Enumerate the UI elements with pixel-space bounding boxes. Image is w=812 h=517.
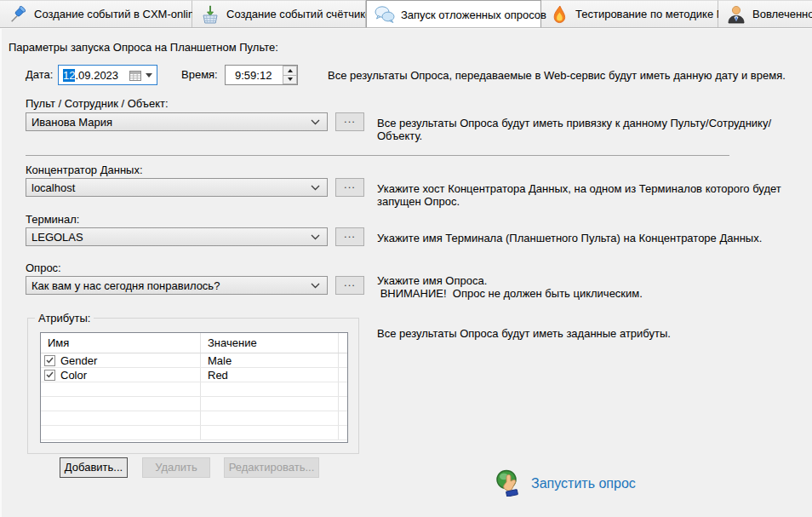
concentrator-hint: Укажите хост Концентратора Данных, на од… [377,182,812,208]
launch-label: Запустить опрос [531,476,636,491]
tab-label: Тестирование по методике MBI [575,8,736,20]
terminal-label: Терминал: [26,213,79,226]
empty-table-row[interactable] [41,382,347,397]
terminal-value: LEGOLAS [31,231,311,244]
pushpin-icon [8,4,28,25]
calendar-icon [129,70,141,81]
spin-down-button[interactable] [283,76,297,85]
table-row[interactable]: Gender Male [41,353,347,368]
datetime-hint: Все результаты Опроса, передаваемые в We… [328,69,786,82]
terminal-combobox[interactable]: LEGOLAS [26,227,328,246]
delete-attribute-button[interactable]: Удалить [142,457,210,478]
date-rest-segment: .09.2023 [75,69,118,82]
attribute-value: Red [201,368,339,382]
terminal-browse-button[interactable]: ... [335,227,364,246]
device-label: Пульт / Сотрудник / Объект: [26,97,169,110]
device-combobox[interactable]: Иванова Мария [26,112,328,131]
attribute-name: Color [60,369,87,382]
survey-hint: Укажите имя Опроса. ВНИМАНИЕ! Опрос не д… [377,274,643,300]
attribute-value: Male [201,353,339,367]
concentrator-label: Концентратор Данных: [26,164,143,176]
edit-attribute-button[interactable]: Редактировать... [224,457,319,478]
basket-icon [200,4,220,25]
time-label: Время: [181,65,218,85]
empty-table-row[interactable] [41,426,347,440]
column-header-value: Значение [201,333,339,353]
device-browse-button[interactable]: ... [335,112,364,131]
tab-bar: Создание событий в CXM-online Создание с… [0,0,812,28]
empty-table-row[interactable] [41,411,347,426]
column-header-extra [339,333,347,353]
launch-survey-button[interactable]: Запустить опрос [495,468,636,499]
tab-mbi-testing[interactable]: Тестирование по методике MBI [541,0,718,27]
chevron-down-icon [311,119,320,125]
tab-create-events-cxm-online[interactable]: Создание событий в CXM-online [0,0,192,27]
table-header-row: Имя Значение [41,333,347,353]
date-label: Дата: [26,65,53,85]
check-icon [46,371,54,378]
survey-launch-panel: Параметры запуска Опроса на Планшетном П… [0,28,812,517]
add-attribute-button[interactable]: Добавить... [60,457,128,478]
concentrator-browse-button[interactable]: ... [335,178,364,197]
person-icon [726,4,746,25]
attributes-groupbox: Атрибуты: Имя Значение Gender Male [27,318,359,454]
date-picker[interactable]: 12.09.2023 [58,65,157,85]
tab-label: Создание событий счётчиков [226,8,377,20]
row-checkbox[interactable] [44,355,55,366]
tab-create-counter-events[interactable]: Создание событий счётчиков [192,0,366,27]
speech-bubbles-icon [375,4,395,25]
spin-up-button[interactable] [283,66,297,76]
panel-title: Параметры запуска Опроса на Планшетном П… [9,41,278,54]
launch-icon [495,468,523,499]
empty-table-row[interactable] [41,397,347,411]
row-checkbox[interactable] [44,370,55,381]
attributes-hint: Все результаты Опроса будут иметь заданн… [377,327,671,340]
survey-label: Опрос: [26,261,61,274]
device-value: Иванова Мария [31,116,311,129]
time-picker[interactable]: 9:59:12 [225,65,298,85]
triangle-down-icon [288,78,293,81]
terminal-hint: Укажите имя Терминала (Планшетного Пульт… [377,232,762,244]
calendar-dropdown-button[interactable] [129,70,152,81]
chevron-down-icon [311,234,320,240]
survey-value: Как вам у нас сегодня понравилось? [31,279,311,292]
time-value: 9:59:12 [235,69,272,82]
chevron-down-icon [311,185,320,191]
flame-icon [549,4,569,25]
tab-label: Запуск отложенных опросов [401,9,546,21]
check-icon [46,357,54,364]
date-selected-segment: 12 [63,69,75,82]
attribute-name: Gender [60,354,97,367]
device-hint: Все результаты Опроса будут иметь привяз… [377,117,812,142]
survey-browse-button[interactable]: ... [335,276,364,295]
separator [26,155,729,156]
survey-combobox[interactable]: Как вам у нас сегодня понравилось? [26,276,328,295]
attributes-group-label: Атрибуты: [35,312,94,325]
chevron-down-icon [311,283,320,289]
triangle-up-icon [288,69,293,72]
attributes-table: Имя Значение Gender Male [40,332,348,443]
tab-label: Создание событий в CXM-online [34,8,200,20]
tab-launch-deferred-surveys[interactable]: Запуск отложенных опросов [366,0,541,28]
tab-engagement[interactable]: Вовлеченнос [718,0,812,27]
app-window: Создание событий в CXM-online Создание с… [0,0,812,517]
tab-label: Вовлеченнос [752,8,812,20]
table-row[interactable]: Color Red [41,368,347,382]
time-spinner [283,66,297,84]
column-header-name: Имя [41,333,201,353]
concentrator-combobox[interactable]: localhost [26,178,328,197]
concentrator-value: localhost [31,181,311,194]
chevron-down-icon [146,73,152,78]
